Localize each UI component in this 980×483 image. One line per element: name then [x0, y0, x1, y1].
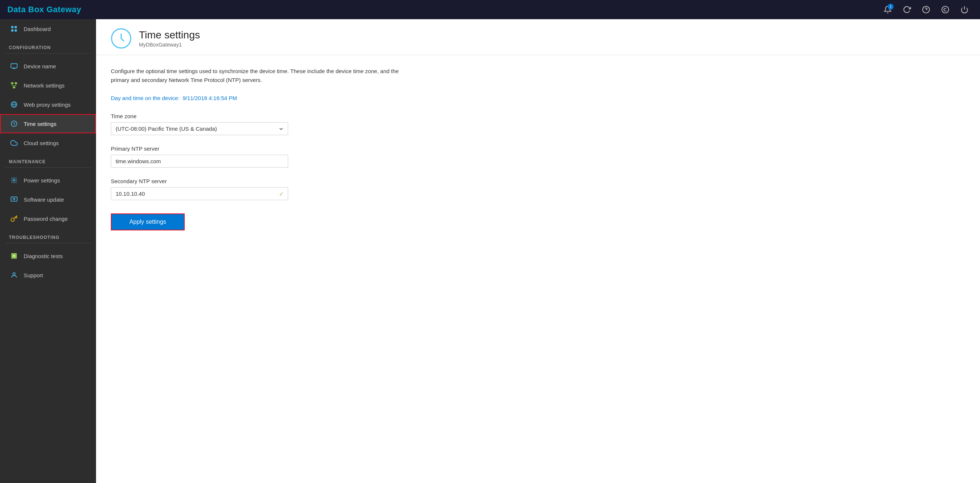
network-settings-icon [10, 81, 19, 90]
timezone-label: Time zone [111, 113, 965, 119]
svg-point-22 [13, 180, 15, 181]
primary-ntp-label: Primary NTP server [111, 146, 965, 152]
sidebar-network-label: Network settings [24, 83, 65, 89]
web-proxy-icon [10, 100, 19, 109]
troubleshooting-section-label: TROUBLESHOOTING [0, 228, 96, 243]
help-icon [922, 6, 930, 14]
sidebar-item-diagnostic-tests[interactable]: Diagnostic tests [0, 246, 96, 265]
config-section-label: CONFIGURATION [0, 38, 96, 53]
page-icon [111, 28, 132, 49]
support-icon [10, 271, 19, 280]
apply-settings-button[interactable]: Apply settings [111, 213, 185, 230]
refresh-button[interactable] [899, 2, 915, 18]
diagnostic-tests-icon [10, 251, 19, 261]
primary-ntp-group: Primary NTP server [111, 146, 965, 168]
page-title: Time settings [139, 29, 200, 41]
svg-rect-13 [13, 86, 16, 88]
sidebar-item-dashboard[interactable]: Dashboard [0, 19, 96, 38]
device-time-value: 9/11/2018 4:16:54 PM [183, 95, 237, 101]
sidebar-software-label: Software update [24, 197, 64, 203]
svg-rect-12 [15, 83, 18, 84]
device-name-icon [10, 62, 19, 70]
notification-badge: 1 [888, 4, 894, 10]
content-header: Time settings MyDBoxGateway1 [96, 19, 980, 55]
sidebar-item-power-settings[interactable]: Power settings [0, 171, 96, 190]
svg-rect-6 [11, 30, 14, 32]
notifications-button[interactable]: 1 [880, 2, 896, 18]
secondary-ntp-wrapper: ✓ [111, 187, 288, 200]
sidebar-dashboard-label: Dashboard [24, 26, 51, 32]
password-change-icon [10, 214, 19, 223]
copyright-icon [941, 6, 949, 14]
sidebar-item-software-update[interactable]: Software update [0, 190, 96, 209]
main-layout: Dashboard CONFIGURATION Device name [0, 19, 980, 483]
power-button[interactable] [956, 2, 973, 18]
secondary-ntp-label: Secondary NTP server [111, 178, 965, 184]
svg-point-2 [942, 6, 948, 13]
sidebar-power-label: Power settings [24, 177, 60, 184]
info-button[interactable] [937, 2, 953, 18]
time-settings-icon [10, 119, 19, 128]
sidebar-item-device-name[interactable]: Device name [0, 57, 96, 76]
device-time: Day and time on the device: 9/11/2018 4:… [111, 95, 965, 101]
sidebar-support-label: Support [24, 272, 43, 278]
sidebar-web-proxy-label: Web proxy settings [24, 102, 70, 108]
refresh-icon [903, 6, 911, 14]
content-body: Configure the optional time settings use… [96, 55, 980, 242]
sidebar-item-time-settings[interactable]: Time settings [0, 114, 96, 133]
cloud-settings-icon [10, 138, 19, 147]
maintenance-section-label: MAINTENANCE [0, 153, 96, 167]
secondary-ntp-group: Secondary NTP server ✓ [111, 178, 965, 200]
sidebar-diagnostic-label: Diagnostic tests [24, 253, 63, 259]
device-time-label: Day and time on the device: [111, 95, 180, 101]
help-button[interactable] [918, 2, 934, 18]
sidebar-device-name-label: Device name [24, 63, 56, 70]
app-title: Data Box Gateway [7, 5, 81, 14]
primary-ntp-input[interactable] [111, 155, 288, 168]
description-text: Configure the optional time settings use… [111, 67, 399, 84]
sidebar-password-label: Password change [24, 216, 68, 222]
power-icon [961, 6, 969, 14]
svg-rect-7 [15, 30, 17, 32]
sidebar-time-label: Time settings [24, 121, 57, 127]
topbar: Data Box Gateway 1 [0, 0, 980, 19]
svg-rect-4 [11, 26, 14, 29]
timezone-group: Time zone (UTC-08:00) Pacific Time (US &… [111, 113, 965, 135]
topbar-actions: 1 [880, 2, 973, 18]
svg-rect-11 [11, 83, 14, 84]
sidebar-cloud-label: Cloud settings [24, 140, 59, 146]
page-subtitle: MyDBoxGateway1 [139, 42, 200, 48]
software-update-icon [10, 195, 19, 204]
sidebar-item-network-settings[interactable]: Network settings [0, 76, 96, 95]
dashboard-icon [10, 24, 19, 33]
power-settings-icon [10, 176, 19, 184]
svg-rect-5 [15, 26, 17, 29]
check-icon: ✓ [279, 190, 284, 197]
content-area: Time settings MyDBoxGateway1 Configure t… [96, 19, 980, 483]
troubleshooting-divider [6, 243, 90, 243]
sidebar-item-support[interactable]: Support [0, 265, 96, 285]
maintenance-divider [6, 167, 90, 168]
sidebar-item-cloud-settings[interactable]: Cloud settings [0, 133, 96, 153]
config-divider [6, 53, 90, 54]
primary-ntp-wrapper [111, 155, 288, 168]
secondary-ntp-input[interactable] [111, 187, 288, 200]
sidebar-item-password-change[interactable]: Password change [0, 209, 96, 228]
svg-point-28 [13, 273, 16, 275]
header-text: Time settings MyDBoxGateway1 [139, 29, 200, 48]
svg-rect-8 [11, 64, 18, 68]
sidebar-item-web-proxy[interactable]: Web proxy settings [0, 95, 96, 114]
timezone-select[interactable]: (UTC-08:00) Pacific Time (US & Canada) [111, 122, 288, 135]
sidebar: Dashboard CONFIGURATION Device name [0, 19, 96, 483]
